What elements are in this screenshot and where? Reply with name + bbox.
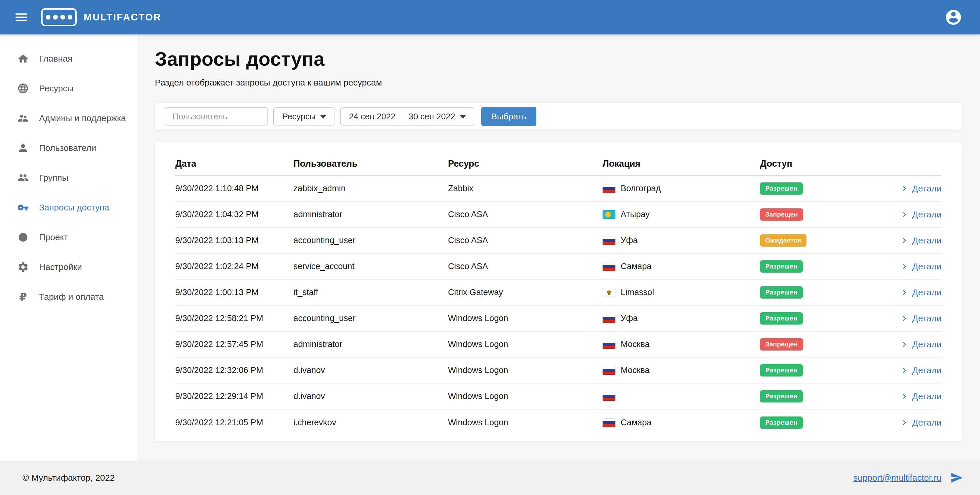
page-title: Запросы доступа — [155, 48, 962, 70]
cell-access: Разрешен — [760, 182, 872, 195]
status-badge: Разрешен — [760, 286, 803, 299]
details-link[interactable]: Детали — [899, 184, 942, 193]
sidebar-item-admins[interactable]: Админы и поддержка — [0, 103, 137, 133]
cell-date: 9/30/2022 1:10:48 PM — [175, 184, 293, 193]
cell-access: Разрешен — [760, 364, 872, 377]
admins-icon — [17, 112, 29, 125]
sidebar-item-groups[interactable]: Группы — [0, 163, 137, 193]
sidebar-item-access-requests[interactable]: Запросы доступа — [0, 193, 137, 222]
cell-access: Ожидается — [760, 235, 872, 247]
cell-access: Разрешен — [760, 260, 872, 273]
brand-name: MULTIFACTOR — [84, 12, 161, 23]
cell-user: accounting_user — [293, 313, 448, 323]
cell-user: d.ivanov — [293, 366, 448, 375]
table-row: 9/30/2022 12:57:45 PM administrator Wind… — [175, 332, 942, 358]
account-avatar-icon[interactable] — [944, 8, 963, 26]
cell-date: 9/30/2022 12:21:05 PM — [175, 418, 293, 427]
cell-location: Уфа — [603, 236, 760, 245]
cell-user: d.ivanov — [293, 391, 448, 401]
table-row: 9/30/2022 12:21:05 PM i.cherevkov Window… — [175, 409, 942, 436]
flag-ru-icon — [603, 184, 616, 193]
details-link[interactable]: Детали — [899, 313, 942, 323]
sidebar-item-billing[interactable]: ₽ Тариф и оплата — [0, 282, 137, 312]
chevron-right-icon — [899, 366, 909, 375]
date-range-label: 24 сен 2022 — 30 сен 2022 — [349, 112, 455, 121]
date-range-dropdown[interactable]: 24 сен 2022 — 30 сен 2022 — [340, 107, 474, 126]
sidebar-item-home[interactable]: Главная — [0, 44, 137, 73]
chevron-right-icon — [899, 209, 909, 219]
cell-date: 9/30/2022 12:29:14 PM — [175, 391, 293, 401]
status-badge: Разрешен — [760, 182, 803, 195]
cell-access: Разрешен — [760, 390, 872, 402]
table-row: 9/30/2022 1:02:24 PM service_account Cis… — [175, 254, 942, 279]
chevron-down-icon — [460, 115, 466, 119]
flag-ru-icon — [603, 314, 616, 323]
chevron-right-icon — [899, 236, 909, 246]
flag-cy-icon — [603, 288, 616, 297]
user-icon — [17, 142, 29, 154]
menu-icon[interactable] — [13, 9, 29, 26]
sidebar-item-users[interactable]: Пользователи — [0, 133, 137, 163]
cell-access: Запрещен — [760, 338, 872, 351]
details-link[interactable]: Детали — [899, 391, 942, 401]
cell-resource: Cisco ASA — [448, 236, 603, 245]
cell-location: Волгоград — [603, 184, 760, 193]
details-link[interactable]: Детали — [899, 418, 942, 428]
flag-ru-icon — [603, 340, 616, 349]
apply-filter-button[interactable]: Выбрать — [481, 107, 536, 126]
details-link[interactable]: Детали — [899, 339, 942, 350]
chevron-right-icon — [899, 418, 909, 428]
sidebar-nav: Главная Ресурсы Админы и поддержка Польз… — [0, 34, 137, 461]
cell-location: Самара — [603, 418, 760, 427]
table-row: 9/30/2022 12:32:06 PM d.ivanov Windows L… — [175, 358, 942, 383]
details-link[interactable]: Детали — [899, 366, 942, 375]
cell-user: accounting_user — [293, 236, 448, 245]
gear-icon — [17, 261, 29, 273]
cell-location: Limassol — [603, 287, 760, 297]
table-row: 9/30/2022 1:00:13 PM it_staff Citrix Gat… — [175, 279, 942, 306]
details-link[interactable]: Детали — [899, 209, 942, 219]
cell-date: 9/30/2022 1:03:13 PM — [175, 236, 293, 245]
status-badge: Разрешен — [760, 260, 803, 273]
flag-ru-icon — [603, 366, 616, 375]
sphere-icon — [17, 231, 29, 243]
ruble-icon: ₽ — [17, 291, 29, 303]
footer: © Мультифактор, 2022 support@multifactor… — [0, 461, 980, 495]
flag-ru-icon — [603, 418, 616, 427]
details-link[interactable]: Детали — [899, 262, 942, 271]
resources-dropdown[interactable]: Ресурсы — [273, 107, 335, 126]
cell-date: 9/30/2022 1:04:32 PM — [175, 209, 293, 219]
cell-user: i.cherevkov — [293, 418, 448, 427]
table-row: 9/30/2022 1:03:13 PM accounting_user Cis… — [175, 228, 942, 254]
status-badge: Разрешен — [760, 417, 803, 429]
cell-user: it_staff — [293, 287, 448, 297]
cell-resource: Windows Logon — [448, 418, 603, 427]
access-requests-table: Дата Пользователь Ресурс Локация Доступ … — [155, 142, 962, 441]
cell-user: service_account — [293, 262, 448, 271]
sidebar-item-settings[interactable]: Настройки — [0, 252, 137, 282]
table-row: 9/30/2022 1:04:32 PM administrator Cisco… — [175, 202, 942, 228]
flag-ru-icon — [603, 236, 616, 245]
sidebar-item-project[interactable]: Проект — [0, 222, 137, 252]
column-header-location: Локация — [603, 158, 760, 169]
chevron-right-icon — [899, 391, 909, 401]
chevron-down-icon — [320, 115, 326, 119]
status-badge: Разрешен — [760, 312, 803, 324]
cell-date: 9/30/2022 1:00:13 PM — [175, 287, 293, 297]
brand-logo[interactable]: MULTIFACTOR — [41, 8, 161, 26]
telegram-send-icon[interactable] — [950, 471, 963, 484]
support-email-link[interactable]: support@multifactor.ru — [853, 473, 942, 483]
chevron-right-icon — [899, 262, 909, 271]
cell-user: administrator — [293, 339, 448, 349]
cell-resource: Cisco ASA — [448, 262, 603, 271]
filter-bar: Ресурсы 24 сен 2022 — 30 сен 2022 Выбрат… — [155, 103, 962, 130]
details-link[interactable]: Детали — [899, 236, 942, 246]
key-icon — [17, 201, 29, 214]
cell-date: 9/30/2022 12:32:06 PM — [175, 366, 293, 375]
sidebar-item-resources[interactable]: Ресурсы — [0, 73, 137, 103]
cell-user: administrator — [293, 209, 448, 219]
user-filter-input[interactable] — [165, 107, 268, 126]
details-link[interactable]: Детали — [899, 287, 942, 297]
status-badge: Запрещен — [760, 208, 803, 220]
table-row: 9/30/2022 12:29:14 PM d.ivanov Windows L… — [175, 383, 942, 409]
